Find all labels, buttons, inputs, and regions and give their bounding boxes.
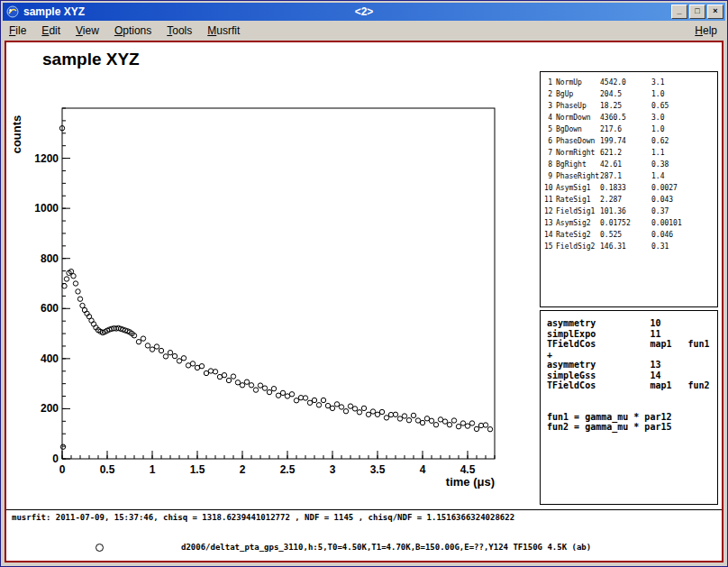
titlebar[interactable]: sample XYZ <2> _ □ × [3, 3, 725, 21]
window-icon[interactable] [6, 5, 19, 18]
menu-item-options[interactable]: Options [114, 24, 151, 37]
application-window: sample XYZ <2> _ □ × File Edit View Opti… [0, 0, 728, 567]
param-row: 10AsymSig10.18330.0027 [544, 182, 714, 194]
svg-text:4.5: 4.5 [460, 463, 476, 476]
param-row: 15FieldSig2146.310.31 [544, 241, 714, 252]
svg-text:counts: counts [10, 115, 23, 154]
param-row: 7NormRight621.21.1 [544, 147, 714, 159]
param-row: 4NormDown4360.53.0 [544, 112, 714, 123]
svg-text:1.5: 1.5 [190, 463, 205, 476]
menu-item-help[interactable]: Help [695, 24, 717, 37]
svg-text:400: 400 [41, 352, 59, 365]
root-canvas[interactable]: sample XYZ 00.511.522.533.544.5020040060… [5, 41, 723, 562]
menu-item-file[interactable]: File [9, 24, 26, 37]
maximize-button[interactable]: □ [689, 5, 705, 19]
svg-text:3.5: 3.5 [370, 463, 386, 476]
param-row: 11RateSig12.2870.043 [544, 194, 714, 206]
svg-text:1000: 1000 [34, 202, 59, 215]
param-row: 12FieldSig1101.360.37 [544, 206, 714, 217]
svg-text:time (μs): time (μs) [446, 475, 495, 489]
svg-text:2.5: 2.5 [280, 463, 296, 476]
param-row: 13AsymSig20.017520.00101 [544, 217, 714, 229]
svg-text:600: 600 [41, 302, 59, 315]
menu-item-edit[interactable]: Edit [41, 24, 60, 37]
param-row: 2BgUp204.51.0 [544, 88, 714, 100]
param-row: 14RateSig20.5250.046 [544, 229, 714, 241]
svg-text:0: 0 [59, 463, 66, 476]
window-title: sample XYZ [23, 5, 85, 18]
param-row: 8BgRight42.610.38 [544, 159, 714, 170]
menu-item-musrfit[interactable]: Musrfit [207, 24, 240, 37]
param-row: 3PhaseUp18.250.65 [544, 100, 714, 112]
window-instance-label: <2> [355, 5, 374, 18]
svg-text:0.5: 0.5 [100, 463, 115, 476]
svg-text:200: 200 [41, 402, 59, 415]
open-circle-icon [96, 544, 104, 552]
parameter-table: 1NormUp4542.03.12BgUp204.51.03PhaseUp18.… [540, 71, 718, 307]
theory-block: asymmetry 10 simplExpo 11 TFieldCos map1… [540, 310, 718, 505]
pad-separator [6, 509, 722, 510]
run-legend-text: d2006/deltat_pta_gps_3110,h:5,T0=4.50K,T… [181, 543, 591, 552]
menubar: File Edit View Options Tools Musrfit Hel… [3, 21, 725, 41]
svg-text:2: 2 [240, 463, 246, 476]
param-row: 6PhaseDown199.740.62 [544, 135, 714, 147]
param-row: 9PhaseRight287.11.4 [544, 170, 714, 182]
param-row: 1NormUp4542.03.1 [544, 77, 714, 88]
menu-item-tools[interactable]: Tools [167, 24, 192, 37]
menu-item-view[interactable]: View [76, 24, 99, 37]
close-button[interactable]: × [707, 5, 723, 19]
svg-text:0: 0 [52, 453, 59, 465]
svg-text:1: 1 [150, 463, 156, 476]
fit-stats-line: musrfit: 2011-07-09, 15:37:46, chisq = 1… [12, 513, 514, 522]
svg-text:800: 800 [41, 252, 59, 265]
minimize-button[interactable]: _ [671, 5, 687, 19]
run-legend: d2006/deltat_pta_gps_3110,h:5,T0=4.50K,T… [6, 540, 722, 558]
svg-text:3: 3 [330, 463, 336, 476]
svg-text:4: 4 [420, 463, 426, 476]
svg-text:1200: 1200 [34, 152, 59, 165]
param-row: 5BgDown217.61.0 [544, 123, 714, 135]
